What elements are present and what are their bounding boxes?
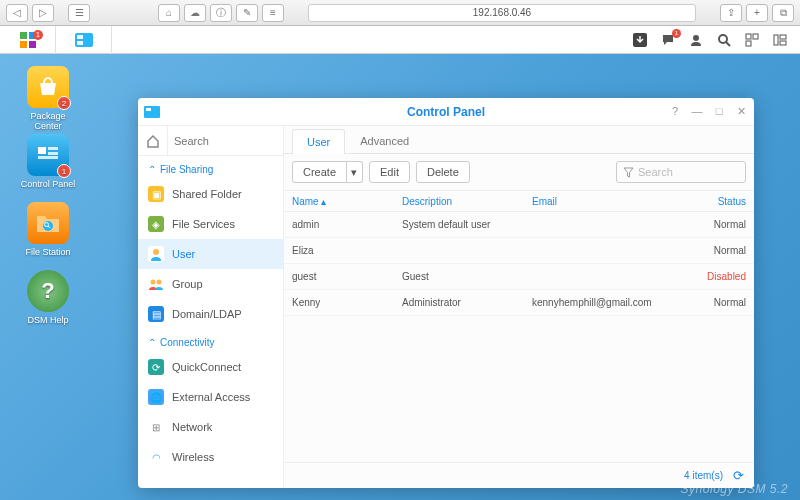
- create-dropdown[interactable]: ▾: [347, 161, 363, 183]
- table-body: adminSystem default userNormalElizaNorma…: [284, 212, 754, 316]
- sidebar-item-file-services[interactable]: ◈File Services: [138, 209, 283, 239]
- sidebar-toggle-button[interactable]: ☰: [68, 4, 90, 22]
- search-icon[interactable]: [716, 32, 732, 48]
- help-button[interactable]: ?: [668, 105, 682, 118]
- close-button[interactable]: ✕: [734, 105, 748, 118]
- svg-rect-20: [48, 152, 58, 155]
- back-button[interactable]: ◁: [6, 4, 28, 22]
- table-header: Name ▴ Description Email Status: [284, 190, 754, 212]
- maximize-button[interactable]: □: [712, 105, 726, 118]
- desktop-dsm-help[interactable]: ? DSM Help: [18, 270, 78, 325]
- sort-asc-icon: ▴: [321, 196, 326, 207]
- dsm-taskbar: 1 1: [0, 26, 800, 54]
- chat-icon[interactable]: 1: [660, 32, 676, 48]
- window-titlebar[interactable]: Control Panel ? — □ ✕: [138, 98, 754, 126]
- download-icon[interactable]: [632, 32, 648, 48]
- desktop-control-panel[interactable]: 1 Control Panel: [18, 134, 78, 189]
- chevron-down-icon: ⌃: [148, 164, 156, 175]
- desktop-label: Package Center: [30, 111, 65, 131]
- forward-button[interactable]: ▷: [32, 4, 54, 22]
- desktop-file-station[interactable]: File Station: [18, 202, 78, 257]
- section-file-sharing[interactable]: ⌃File Sharing: [138, 156, 283, 179]
- sidebar-item-wireless[interactable]: ◠Wireless: [138, 442, 283, 472]
- svg-rect-13: [746, 41, 751, 46]
- sidebar-item-external-access[interactable]: 🌐External Access: [138, 382, 283, 412]
- sidebar-item-quickconnect[interactable]: ⟳QuickConnect: [138, 352, 283, 382]
- tab-bar: User Advanced: [284, 126, 754, 154]
- svg-rect-6: [77, 41, 83, 45]
- svg-rect-5: [77, 35, 83, 39]
- table-row[interactable]: ElizaNormal: [284, 238, 754, 264]
- desktop-package-center[interactable]: 2 Package Center: [18, 66, 78, 131]
- taskbar-control-panel[interactable]: [56, 26, 112, 54]
- svg-rect-19: [48, 147, 58, 150]
- col-description[interactable]: Description: [402, 196, 532, 207]
- svg-rect-21: [38, 156, 58, 159]
- info-icon[interactable]: ⓘ: [210, 4, 232, 22]
- svg-line-10: [726, 42, 730, 46]
- tab-user[interactable]: User: [292, 129, 345, 154]
- svg-rect-2: [20, 41, 27, 48]
- home-icon[interactable]: ⌂: [158, 4, 180, 22]
- sidebar-item-network[interactable]: ⊞Network: [138, 412, 283, 442]
- minimize-button[interactable]: —: [690, 105, 704, 118]
- col-name[interactable]: Name ▴: [292, 196, 402, 207]
- sidebar-search-input[interactable]: [168, 135, 283, 147]
- col-status[interactable]: Status: [686, 196, 746, 207]
- evernote-icon[interactable]: ✎: [236, 4, 258, 22]
- group-icon: [148, 276, 164, 292]
- browser-toolbar: ◁ ▷ ☰ ⌂ ☁ ⓘ ✎ ≡ 192.168.0.46 ⇪ + ⧉: [0, 0, 800, 26]
- col-email[interactable]: Email: [532, 196, 686, 207]
- folder-icon: ▣: [148, 186, 164, 202]
- delete-button[interactable]: Delete: [416, 161, 470, 183]
- tab-advanced[interactable]: Advanced: [345, 128, 424, 153]
- table-row[interactable]: guestGuestDisabled: [284, 264, 754, 290]
- domain-icon: ▤: [148, 306, 164, 322]
- sidebar-item-user[interactable]: User: [138, 239, 283, 269]
- dsm-desktop: 1 1 2 Package Center 1 Control Panel Fil…: [0, 26, 800, 500]
- cloud-icon[interactable]: ☁: [184, 4, 206, 22]
- create-button[interactable]: Create: [292, 161, 347, 183]
- desktop-label: File Station: [25, 247, 70, 257]
- sidebar-home-button[interactable]: [138, 126, 168, 156]
- refresh-button[interactable]: ⟳: [733, 468, 744, 483]
- widgets-icon[interactable]: [744, 32, 760, 48]
- main-menu-button[interactable]: 1: [0, 26, 56, 54]
- address-bar[interactable]: 192.168.0.46: [308, 4, 696, 22]
- svg-rect-26: [146, 108, 151, 111]
- sidebar-item-domain[interactable]: ▤Domain/LDAP: [138, 299, 283, 329]
- sidebar: ⌃File Sharing ▣Shared Folder ◈File Servi…: [138, 126, 284, 488]
- window-app-icon: [144, 106, 160, 118]
- control-panel-window: Control Panel ? — □ ✕ ⌃File Sharing ▣Sha…: [138, 98, 754, 488]
- edit-button[interactable]: Edit: [369, 161, 410, 183]
- svg-rect-18: [38, 147, 46, 154]
- svg-point-8: [693, 35, 699, 41]
- network-icon: ⊞: [148, 419, 164, 435]
- share-button[interactable]: ⇪: [720, 4, 742, 22]
- svg-rect-12: [753, 34, 758, 39]
- tabs-button[interactable]: ⧉: [772, 4, 794, 22]
- table-row[interactable]: KennyAdministratorkennyhemphill@gmail.co…: [284, 290, 754, 316]
- filter-icon: [623, 167, 634, 178]
- quickconnect-icon: ⟳: [148, 359, 164, 375]
- buffer-icon[interactable]: ≡: [262, 4, 284, 22]
- sidebar-item-shared-folder[interactable]: ▣Shared Folder: [138, 179, 283, 209]
- user-icon[interactable]: [688, 32, 704, 48]
- menu-badge: 1: [33, 30, 43, 40]
- pilot-icon[interactable]: [772, 32, 788, 48]
- sidebar-item-group[interactable]: Group: [138, 269, 283, 299]
- globe-icon: 🌐: [148, 389, 164, 405]
- svg-point-28: [151, 280, 156, 285]
- brand-watermark: Synology DSM 5.2: [681, 482, 788, 496]
- svg-rect-16: [780, 41, 786, 45]
- table-row[interactable]: adminSystem default userNormal: [284, 212, 754, 238]
- wifi-icon: ◠: [148, 449, 164, 465]
- filter-input[interactable]: Search: [616, 161, 746, 183]
- desktop-label: Control Panel: [21, 179, 76, 189]
- user-icon: [148, 246, 164, 262]
- chevron-down-icon: ⌃: [148, 337, 156, 348]
- new-tab-button[interactable]: +: [746, 4, 768, 22]
- section-connectivity[interactable]: ⌃Connectivity: [138, 329, 283, 352]
- item-count: 4 item(s): [684, 470, 723, 481]
- svg-rect-14: [774, 35, 778, 45]
